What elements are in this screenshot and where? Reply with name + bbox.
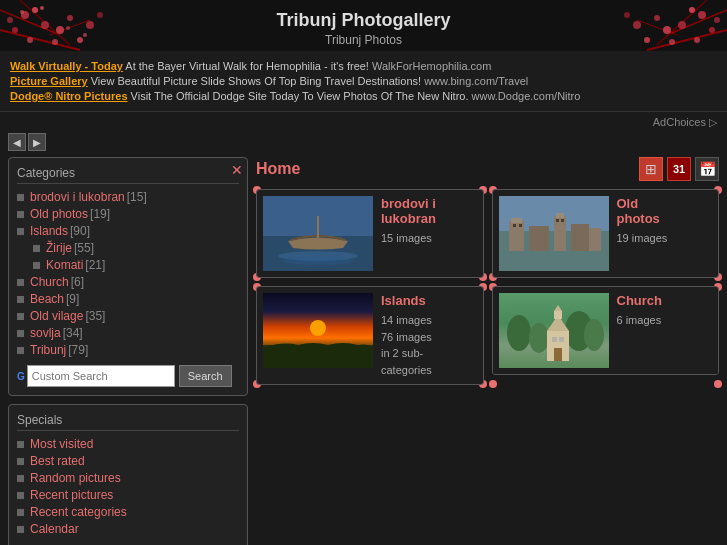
special-bullet bbox=[17, 458, 24, 465]
special-bullet bbox=[17, 475, 24, 482]
cat-bullet bbox=[33, 245, 40, 252]
ad-url-2: www.bing.com/Travel bbox=[424, 75, 528, 87]
specials-section: Specials Most visited Best rated Random … bbox=[8, 404, 248, 545]
special-name: Random pictures bbox=[30, 471, 121, 485]
special-item[interactable]: Calendar bbox=[17, 522, 239, 536]
special-item[interactable]: Most visited bbox=[17, 437, 239, 451]
special-name: Calendar bbox=[30, 522, 79, 536]
category-item[interactable]: Žirije [55] bbox=[17, 241, 239, 255]
photo-thumb-2 bbox=[499, 196, 609, 271]
svg-point-33 bbox=[669, 39, 675, 45]
category-item[interactable]: Komati [21] bbox=[17, 258, 239, 272]
cat-name: Beach bbox=[30, 292, 64, 306]
photo-cat-name-1[interactable]: brodovi ilukobran bbox=[381, 196, 477, 226]
photo-count-3: 14 images76 imagesin 2 sub-categories bbox=[381, 312, 477, 378]
photo-cat-name-4[interactable]: Church bbox=[617, 293, 713, 308]
close-icon[interactable]: ✕ bbox=[231, 162, 243, 178]
cat-bullet bbox=[33, 262, 40, 269]
category-item[interactable]: brodovi i lukobran [15] bbox=[17, 190, 239, 204]
special-name: Recent pictures bbox=[30, 488, 113, 502]
svg-point-34 bbox=[714, 17, 720, 23]
category-item[interactable]: Church [6] bbox=[17, 275, 239, 289]
cat-name: Old vilage bbox=[30, 309, 83, 323]
cat-name: Church bbox=[30, 275, 69, 289]
svg-point-26 bbox=[678, 21, 686, 29]
category-list: brodovi i lukobran [15] Old photos [19] … bbox=[17, 190, 239, 357]
svg-point-55 bbox=[310, 320, 326, 336]
photo-cat-name-3[interactable]: Islands bbox=[381, 293, 477, 308]
next-arrow[interactable]: ▶ bbox=[28, 133, 46, 151]
svg-point-30 bbox=[644, 37, 650, 43]
svg-point-32 bbox=[624, 12, 630, 18]
categories-section: ✕ Categories brodovi i lukobran [15] Old… bbox=[8, 157, 248, 396]
svg-point-15 bbox=[27, 37, 33, 43]
cat-count: [34] bbox=[63, 326, 83, 340]
photo-card-3: Islands 14 images76 imagesin 2 sub-categ… bbox=[256, 286, 484, 385]
special-item[interactable]: Recent categories bbox=[17, 505, 239, 519]
cat-bullet bbox=[17, 211, 24, 218]
photo-info-3: Islands 14 images76 imagesin 2 sub-categ… bbox=[381, 293, 477, 378]
svg-point-29 bbox=[654, 15, 660, 21]
calendar-icon[interactable]: 31 bbox=[667, 157, 691, 181]
svg-rect-52 bbox=[556, 219, 559, 222]
calendar-view-icon[interactable]: 📅 bbox=[695, 157, 719, 181]
svg-point-59 bbox=[507, 315, 531, 351]
photo-thumb-4 bbox=[499, 293, 609, 368]
svg-point-6 bbox=[41, 21, 49, 29]
cat-count: [90] bbox=[70, 224, 90, 238]
special-item[interactable]: Best rated bbox=[17, 454, 239, 468]
cat-name: Tribunj bbox=[30, 343, 66, 357]
category-item[interactable]: Old photos [19] bbox=[17, 207, 239, 221]
google-logo: G bbox=[17, 371, 25, 382]
category-item[interactable]: Beach [9] bbox=[17, 292, 239, 306]
ad-link-3[interactable]: Dodge® Nitro Pictures bbox=[10, 90, 128, 102]
category-item[interactable]: Islands [90] bbox=[17, 224, 239, 238]
specials-title: Specials bbox=[17, 413, 239, 431]
cat-bullet bbox=[17, 330, 24, 337]
adchoices-label[interactable]: AdChoices ▷ bbox=[653, 116, 717, 128]
photo-info-2: Oldphotos 19 images bbox=[617, 196, 713, 271]
special-item[interactable]: Recent pictures bbox=[17, 488, 239, 502]
search-input[interactable] bbox=[27, 365, 175, 387]
ad-desc-2: View Beautiful Picture Slide Shows Of To… bbox=[91, 75, 421, 87]
photo-thumb-3 bbox=[263, 293, 373, 368]
svg-rect-45 bbox=[529, 226, 549, 251]
category-item[interactable]: Old vilage [35] bbox=[17, 309, 239, 323]
svg-point-25 bbox=[689, 7, 695, 13]
cat-name: Žirije bbox=[46, 241, 72, 255]
special-name: Most visited bbox=[30, 437, 93, 451]
svg-point-60 bbox=[529, 323, 549, 353]
categories-title: Categories bbox=[17, 166, 239, 184]
svg-point-12 bbox=[97, 12, 103, 18]
header: Tribunj Photogallery Tribunj Photos bbox=[0, 0, 727, 51]
ad-line-3: Dodge® Nitro Pictures Visit The Official… bbox=[10, 90, 717, 102]
cat-bullet bbox=[17, 347, 24, 354]
ad-link-2[interactable]: Picture Gallery bbox=[10, 75, 88, 87]
photo-info-4: Church 6 images bbox=[617, 293, 713, 368]
svg-point-10 bbox=[77, 37, 83, 43]
special-item[interactable]: Random pictures bbox=[17, 471, 239, 485]
cat-bullet bbox=[17, 228, 24, 235]
svg-point-19 bbox=[83, 33, 87, 37]
category-item[interactable]: sovlja [34] bbox=[17, 326, 239, 340]
content-header: Home ⊞ 31 📅 bbox=[256, 157, 719, 181]
cat-name: Old photos bbox=[30, 207, 88, 221]
ad-line-2: Picture Gallery View Beautiful Picture S… bbox=[10, 75, 717, 87]
special-bullet bbox=[17, 526, 24, 533]
header-decoration-right bbox=[607, 0, 727, 70]
svg-rect-50 bbox=[513, 224, 516, 227]
category-item[interactable]: Tribunj [79] bbox=[17, 343, 239, 357]
adchoices-bar: AdChoices ▷ bbox=[0, 112, 727, 131]
cat-count: [15] bbox=[127, 190, 147, 204]
photo-cat-name-2[interactable]: Oldphotos bbox=[617, 196, 713, 226]
search-button[interactable]: Search bbox=[179, 365, 232, 387]
specials-list: Most visited Best rated Random pictures … bbox=[17, 437, 239, 536]
prev-arrow[interactable]: ◀ bbox=[8, 133, 26, 151]
svg-rect-53 bbox=[561, 219, 564, 222]
svg-rect-49 bbox=[589, 228, 601, 251]
cat-count: [21] bbox=[85, 258, 105, 272]
grid-view-icon[interactable]: ⊞ bbox=[639, 157, 663, 181]
cat-name: Komati bbox=[46, 258, 83, 272]
corner-br-4 bbox=[714, 380, 722, 388]
svg-rect-46 bbox=[554, 216, 566, 251]
